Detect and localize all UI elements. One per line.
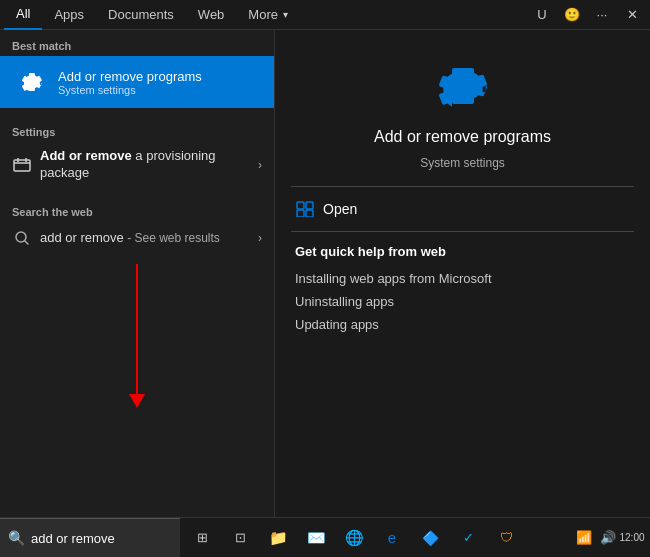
open-action[interactable]: Open [275,187,650,231]
taskbar-cortana-btn[interactable]: ⊡ [222,520,258,556]
open-label: Open [323,201,357,217]
clock-text: 12:00 [619,532,644,543]
taskbar-app7-btn[interactable]: 🛡 [488,520,524,556]
web-item-arrow: › [258,231,262,245]
taskbar-app6-btn[interactable]: ✓ [450,520,486,556]
app-subtitle-large: System settings [420,156,505,170]
open-icon [295,199,315,219]
cortana-icon: ⊡ [235,530,246,545]
more-options-btn[interactable]: ··· [588,1,616,29]
red-arrow [129,264,145,408]
volume-icon: 🔊 [600,530,616,545]
settings-item-icon [12,155,32,175]
app-info-section: Add or remove programs System settings [275,30,650,186]
arrow-area [0,254,274,517]
close-icon: ✕ [627,7,638,22]
tray-wifi[interactable]: 📶 [574,528,594,548]
help-link-1[interactable]: Uninstalling apps [275,290,650,313]
see-web-results-text: - See web results [124,231,220,245]
taskbar-tray: 📶 🔊 12:00 [566,528,650,548]
add-remove-text: Add or remove a provisioningpackage [40,148,216,180]
more-label: More [248,7,278,22]
best-match-item[interactable]: Add or remove programs System settings [0,56,274,108]
best-match-title: Add or remove programs [58,69,202,84]
user-icon-btn[interactable]: U [528,1,556,29]
app5-icon: 🔷 [422,530,439,546]
left-panel: Best match Add or remove programs System… [0,30,275,517]
task-view-icon: ⊞ [197,530,208,545]
right-panel: Add or remove programs System settings O… [275,30,650,517]
ellipsis-icon: ··· [597,7,608,22]
nav-item-more[interactable]: More ▾ [236,0,300,30]
nav-item-documents[interactable]: Documents [96,0,186,30]
best-match-subtitle: System settings [58,84,202,96]
search-icon-taskbar: 🔍 [8,530,25,546]
mail-icon: ✉️ [307,529,326,547]
settings-item-arrow: › [258,158,262,172]
web-query-text: add or remove [40,230,124,245]
web-search-icon [12,228,32,248]
tray-volume[interactable]: 🔊 [598,528,618,548]
app7-icon: 🛡 [500,530,513,545]
taskbar-edge-btn[interactable]: e [374,520,410,556]
svg-rect-5 [306,210,313,217]
quick-help-title: Get quick help from web [275,240,650,267]
settings-item-text: Add or remove a provisioningpackage [40,148,250,182]
svg-rect-3 [306,202,313,209]
settings-gear-icon [12,64,48,100]
web-item-text: add or remove - See web results [40,230,250,245]
nav-item-all[interactable]: All [4,0,42,30]
taskbar-mail-btn[interactable]: ✉️ [298,520,334,556]
taskbar-app5-btn[interactable]: 🔷 [412,520,448,556]
best-match-text-block: Add or remove programs System settings [58,69,202,96]
svg-rect-0 [14,160,30,171]
nav-icon-group: U 🙂 ··· ✕ [528,1,646,29]
app-icon-large [431,54,495,118]
svg-rect-4 [297,210,304,217]
web-section: Search the web add or remove - See web r… [0,196,274,254]
svg-rect-2 [297,202,304,209]
search-text-taskbar: add or remove [31,531,115,546]
close-button[interactable]: ✕ [618,1,646,29]
red-arrow-line [136,264,138,394]
taskbar-chrome-btn[interactable]: 🌐 [336,520,372,556]
help-link-0[interactable]: Installing web apps from Microsoft [275,267,650,290]
settings-section: Settings Add or remove a provisioningpac… [0,108,274,196]
chrome-icon: 🌐 [345,529,364,547]
tray-clock: 12:00 [622,528,642,548]
app6-icon: ✓ [463,530,474,545]
app-title-large: Add or remove programs [374,128,551,146]
edge-icon: e [388,529,396,546]
person-icon-btn[interactable]: 🙂 [558,1,586,29]
web-search-item[interactable]: add or remove - See web results › [0,222,274,254]
taskbar-search-box[interactable]: 🔍 add or remove [0,518,180,558]
settings-provisioning-item[interactable]: Add or remove a provisioningpackage › [0,142,274,188]
wifi-icon: 📶 [576,530,592,545]
taskbar-icons: ⊞ ⊡ 📁 ✉️ 🌐 e 🔷 ✓ 🛡 [180,520,566,556]
taskbar-explorer-btn[interactable]: 📁 [260,520,296,556]
red-arrow-head [129,394,145,408]
file-explorer-icon: 📁 [269,529,288,547]
chevron-down-icon: ▾ [283,9,288,20]
top-nav: All Apps Documents Web More ▾ U 🙂 ··· ✕ [0,0,650,30]
main-layout: Best match Add or remove programs System… [0,30,650,517]
nav-item-apps[interactable]: Apps [42,0,96,30]
user-icon: U [537,7,546,22]
nav-item-web[interactable]: Web [186,0,237,30]
person-icon: 🙂 [564,7,580,22]
taskbar: 🔍 add or remove ⊞ ⊡ 📁 ✉️ 🌐 e 🔷 ✓ 🛡 [0,517,650,557]
taskbar-task-view-btn[interactable]: ⊞ [184,520,220,556]
divider-2 [291,231,634,232]
settings-label: Settings [0,116,274,142]
search-web-label: Search the web [0,196,274,222]
help-link-2[interactable]: Updating apps [275,313,650,336]
best-match-label: Best match [0,30,274,56]
